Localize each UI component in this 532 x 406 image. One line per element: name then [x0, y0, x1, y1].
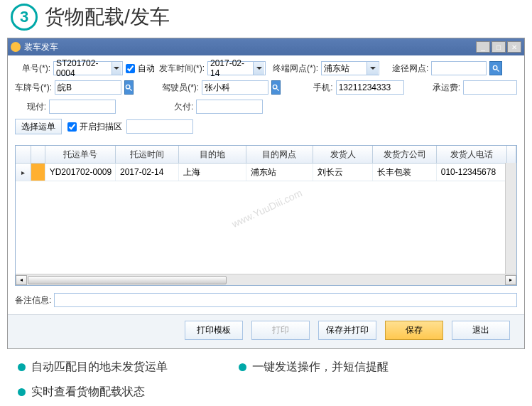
feature-item: 实时查看货物配载状态: [18, 385, 145, 400]
dispatch-time-label: 发车时间(*):: [159, 63, 205, 75]
remark-label: 备注信息:: [15, 294, 51, 306]
save-print-button[interactable]: 保存并打印: [318, 321, 376, 340]
window-title: 装车发车: [24, 41, 476, 53]
scan-input[interactable]: [126, 119, 193, 134]
td-dest-node: 浦东站: [246, 164, 313, 181]
chevron-down-icon: [112, 62, 122, 75]
th-marker: [31, 146, 45, 163]
close-button[interactable]: ✕: [507, 41, 521, 53]
phone-input[interactable]: [336, 80, 404, 95]
scroll-right-icon[interactable]: ▸: [505, 275, 516, 285]
terminal-label: 终端网点(*):: [273, 63, 318, 75]
cash-label: 现付:: [15, 101, 46, 113]
td-dest: 上海: [179, 164, 246, 181]
phone-label: 手机:: [313, 82, 332, 94]
remark-input[interactable]: [54, 293, 517, 307]
plate-input[interactable]: [55, 80, 121, 95]
dispatch-time-select[interactable]: 2017-02-14: [207, 61, 266, 75]
svg-point-2: [126, 85, 130, 89]
fee-input[interactable]: [463, 80, 517, 95]
th-company[interactable]: 发货方公司: [373, 146, 436, 163]
save-button[interactable]: 保存: [385, 321, 443, 340]
minimize-button[interactable]: _: [476, 41, 490, 53]
td-sender: 刘长云: [313, 164, 373, 181]
scrollbar-vertical[interactable]: [505, 163, 516, 274]
owed-input[interactable]: [196, 100, 263, 114]
page-header: 3 货物配载/发车: [0, 0, 532, 38]
exit-button[interactable]: 退出: [452, 321, 510, 340]
row-marker: [31, 164, 45, 181]
td-company: 长丰包装: [373, 164, 436, 181]
th-extra: [507, 146, 516, 163]
route-label: 途径网点:: [392, 63, 428, 75]
terminal-select[interactable]: 浦东站: [321, 61, 379, 75]
app-window: 装车发车 _ □ ✕ 单号(*): ST201702-0004 自动 发车时间(…: [7, 38, 525, 349]
route-input[interactable]: [431, 61, 487, 75]
print-button[interactable]: 打印: [251, 321, 310, 340]
scroll-left-icon[interactable]: ◂: [16, 275, 27, 285]
th-order-time[interactable]: 托运时间: [116, 146, 179, 163]
bullet-icon: [18, 363, 26, 371]
feature-list: 自动匹配目的地未发货运单 一键发送操作，并短信提醒 实时查看货物配载状态: [0, 349, 532, 406]
th-dest[interactable]: 目的地: [179, 146, 246, 163]
print-template-button[interactable]: 打印模板: [185, 321, 243, 340]
driver-label: 驾驶员(*):: [162, 82, 199, 94]
bullet-icon: [18, 388, 26, 396]
svg-point-4: [273, 85, 278, 89]
auto-checkbox[interactable]: [126, 64, 135, 73]
table-row[interactable]: YD201702-0009 2017-02-14 上海 浦东站 刘长云 长丰包装…: [16, 164, 516, 181]
cash-input[interactable]: [49, 100, 116, 114]
table-header-row: 托运单号 托运时间 目的地 目的网点 发货人 发货方公司 发货人电话: [16, 146, 516, 164]
th-dest-node[interactable]: 目的网点: [246, 146, 313, 163]
plate-label: 车牌号(*):: [15, 82, 52, 94]
auto-label: 自动: [138, 63, 155, 75]
fee-label: 承运费:: [433, 82, 460, 94]
window-icon: [11, 42, 21, 52]
td-phone: 010-12345678: [437, 164, 507, 181]
order-no-select[interactable]: ST201702-0004: [53, 61, 123, 75]
scan-checkbox[interactable]: [67, 122, 77, 132]
form-area: 单号(*): ST201702-0004 自动 发车时间(*): 2017-02…: [8, 55, 524, 145]
plate-search-button[interactable]: [124, 80, 134, 95]
scrollbar-horizontal[interactable]: ◂ ▸: [16, 274, 516, 285]
feature-item: 一键发送操作，并短信提醒: [239, 360, 389, 375]
watermark: www.YuuDiii.com: [230, 187, 304, 230]
owed-label: 欠付:: [174, 101, 193, 113]
chevron-down-icon: [253, 62, 264, 75]
feature-item: 自动匹配目的地未发货运单: [18, 360, 168, 375]
scroll-thumb[interactable]: [28, 276, 227, 284]
th-sender[interactable]: 发货人: [313, 146, 373, 163]
td-order-no: YD201702-0009: [45, 164, 116, 181]
row-indicator-icon: [16, 164, 31, 181]
order-table: www.YuuDiii.com 托运单号 托运时间 目的地 目的网点 发货人 发…: [15, 145, 517, 286]
driver-input[interactable]: [202, 80, 268, 95]
th-order-no[interactable]: 托运单号: [45, 146, 116, 163]
scan-label: 开启扫描区: [80, 121, 122, 133]
svg-point-0: [493, 65, 497, 70]
svg-line-1: [497, 69, 499, 71]
bullet-icon: [239, 363, 246, 371]
step-number-badge: 3: [11, 4, 38, 31]
window-titlebar: 装车发车 _ □ ✕: [8, 38, 524, 55]
driver-search-button[interactable]: [271, 80, 281, 95]
remark-row: 备注信息:: [8, 286, 524, 314]
svg-line-5: [277, 88, 279, 90]
chevron-down-icon: [367, 62, 378, 75]
page-title: 货物配载/发车: [45, 4, 170, 31]
th-indicator: [16, 146, 31, 163]
button-bar: 打印模板 打印 保存并打印 保存 退出: [8, 314, 524, 348]
svg-line-3: [130, 88, 132, 90]
td-order-time: 2017-02-14: [116, 164, 179, 181]
th-phone[interactable]: 发货人电话: [437, 146, 507, 163]
maximize-button[interactable]: □: [492, 41, 506, 53]
select-order-button[interactable]: 选择运单: [15, 119, 62, 134]
route-search-button[interactable]: [489, 61, 502, 75]
order-no-label: 单号(*):: [15, 63, 50, 75]
